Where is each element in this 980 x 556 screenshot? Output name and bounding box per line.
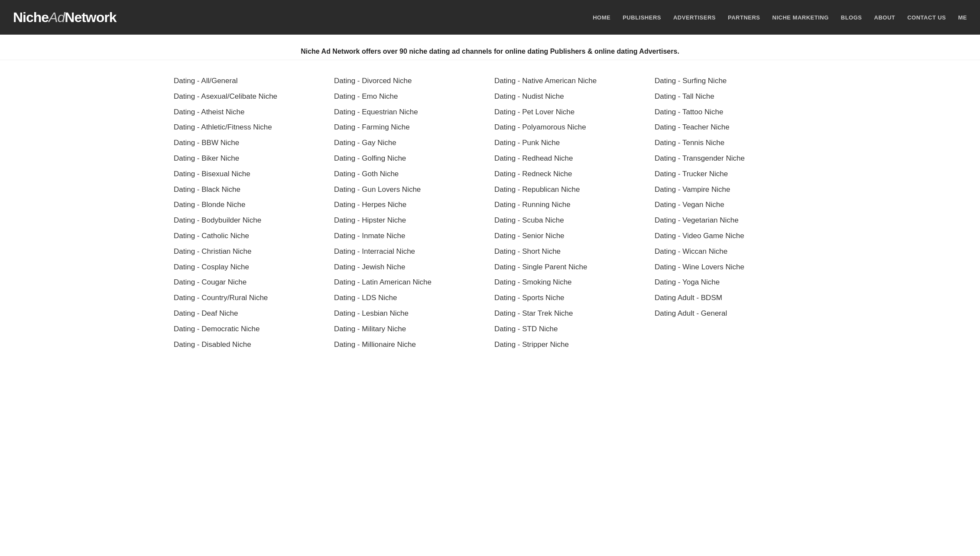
niche-item[interactable]: Dating - Single Parent Niche [494,259,646,275]
niche-item[interactable]: Dating - Punk Niche [494,135,646,151]
niche-item[interactable]: Dating - Sports Niche [494,290,646,306]
niche-item[interactable]: Dating - Jewish Niche [334,259,486,275]
niche-item[interactable]: Dating - Goth Niche [334,166,486,182]
nav-partners[interactable]: PARTNERS [728,14,760,21]
niche-item[interactable]: Dating - Pet Lover Niche [494,104,646,120]
niche-item[interactable]: Dating - Athletic/Fitness Niche [174,120,325,135]
niche-item[interactable]: Dating - Short Niche [494,244,646,259]
niche-item[interactable]: Dating - BBW Niche [174,135,325,151]
niche-item[interactable]: Dating Adult - General [655,306,806,321]
niche-item[interactable]: Dating - Christian Niche [174,244,325,259]
niche-item[interactable]: Dating - Senior Niche [494,228,646,244]
niche-item[interactable]: Dating - Inmate Niche [334,228,486,244]
nav-advertisers[interactable]: ADVERTISERS [673,14,716,21]
nav-about[interactable]: ABOUT [874,14,896,21]
niche-item[interactable]: Dating - Yoga Niche [655,275,806,290]
niche-item[interactable]: Dating - Disabled Niche [174,337,325,352]
nav-me[interactable]: ME [958,14,967,21]
niche-item[interactable]: Dating - Cosplay Niche [174,259,325,275]
site-header: NicheAdNetwork HOME PUBLISHERS ADVERTISE… [0,0,980,35]
site-logo[interactable]: NicheAdNetwork [13,10,117,26]
niche-item[interactable]: Dating - Polyamorous Niche [494,120,646,135]
niche-item[interactable]: Dating Adult - BDSM [655,290,806,306]
niche-item[interactable]: Dating - Blonde Niche [174,197,325,213]
niche-item[interactable]: Dating - Wiccan Niche [655,244,806,259]
niche-item[interactable]: Dating - Nudist Niche [494,89,646,104]
niche-item[interactable]: Dating - Video Game Niche [655,228,806,244]
niche-item[interactable]: Dating - Millionaire Niche [334,337,486,352]
nav-niche-marketing[interactable]: NICHE MARKETING [772,14,829,21]
niche-item[interactable]: Dating - Tall Niche [655,89,806,104]
niche-item[interactable]: Dating - Republican Niche [494,182,646,197]
niche-item[interactable]: Dating - Running Niche [494,197,646,213]
niche-item[interactable]: Dating - Scuba Niche [494,213,646,228]
nav-blogs[interactable]: BLOGS [841,14,862,21]
nav-contact[interactable]: CONTACT US [907,14,946,21]
niche-item[interactable]: Dating - Gay Niche [334,135,486,151]
niche-item[interactable]: Dating - Smoking Niche [494,275,646,290]
niche-item[interactable]: Dating - Lesbian Niche [334,306,486,321]
niche-item[interactable]: Dating - Catholic Niche [174,228,325,244]
niche-item[interactable]: Dating - Herpes Niche [334,197,486,213]
niche-item[interactable]: Dating - Biker Niche [174,151,325,166]
nav-home[interactable]: HOME [593,14,610,21]
niche-item[interactable]: Dating - Trucker Niche [655,166,806,182]
niche-item[interactable]: Dating - Redhead Niche [494,151,646,166]
niche-item[interactable]: Dating - Tennis Niche [655,135,806,151]
niche-item[interactable]: Dating - Military Niche [334,321,486,337]
niche-item[interactable]: Dating - Black Niche [174,182,325,197]
niche-item[interactable] [655,321,806,337]
niches-grid: Dating - All/GeneralDating - Divorced Ni… [174,73,806,352]
niche-item[interactable]: Dating - LDS Niche [334,290,486,306]
niche-item[interactable]: Dating - Country/Rural Niche [174,290,325,306]
niche-item[interactable]: Dating - Native American Niche [494,73,646,89]
niche-item[interactable]: Dating - Teacher Niche [655,120,806,135]
niche-item[interactable]: Dating - STD Niche [494,321,646,337]
niche-item[interactable]: Dating - Equestrian Niche [334,104,486,120]
niche-item[interactable]: Dating - Emo Niche [334,89,486,104]
subtitle-bar: Niche Ad Network offers over 90 niche da… [0,35,980,60]
niche-item[interactable]: Dating - Bisexual Niche [174,166,325,182]
niche-item[interactable]: Dating - Divorced Niche [334,73,486,89]
niche-item[interactable]: Dating - Atheist Niche [174,104,325,120]
niche-item[interactable]: Dating - Wine Lovers Niche [655,259,806,275]
niche-item[interactable]: Dating - Transgender Niche [655,151,806,166]
niche-item[interactable]: Dating - Redneck Niche [494,166,646,182]
niche-item[interactable]: Dating - Vegetarian Niche [655,213,806,228]
niche-item[interactable]: Dating - All/General [174,73,325,89]
main-nav: HOME PUBLISHERS ADVERTISERS PARTNERS NIC… [593,14,967,21]
subtitle-text: Niche Ad Network offers over 90 niche da… [9,48,971,55]
niche-item[interactable]: Dating - Tattoo Niche [655,104,806,120]
niche-item[interactable]: Dating - Vampire Niche [655,182,806,197]
niche-item[interactable]: Dating - Vegan Niche [655,197,806,213]
niche-item[interactable]: Dating - Star Trek Niche [494,306,646,321]
niche-item[interactable]: Dating - Surfing Niche [655,73,806,89]
niche-item[interactable]: Dating - Farming Niche [334,120,486,135]
niche-item[interactable]: Dating - Asexual/Celibate Niche [174,89,325,104]
main-content: Dating - All/GeneralDating - Divorced Ni… [165,60,815,369]
niche-item[interactable]: Dating - Democratic Niche [174,321,325,337]
niche-item[interactable] [655,337,806,352]
niche-item[interactable]: Dating - Gun Lovers Niche [334,182,486,197]
logo-ad: Ad [49,10,65,25]
logo-niche: Niche [13,10,49,25]
niche-item[interactable]: Dating - Latin American Niche [334,275,486,290]
niche-item[interactable]: Dating - Interracial Niche [334,244,486,259]
logo-network: Network [65,10,116,25]
nav-publishers[interactable]: PUBLISHERS [623,14,661,21]
niche-item[interactable]: Dating - Hipster Niche [334,213,486,228]
niche-item[interactable]: Dating - Golfing Niche [334,151,486,166]
niche-item[interactable]: Dating - Stripper Niche [494,337,646,352]
niche-item[interactable]: Dating - Bodybuilder Niche [174,213,325,228]
niche-item[interactable]: Dating - Cougar Niche [174,275,325,290]
niche-item[interactable]: Dating - Deaf Niche [174,306,325,321]
